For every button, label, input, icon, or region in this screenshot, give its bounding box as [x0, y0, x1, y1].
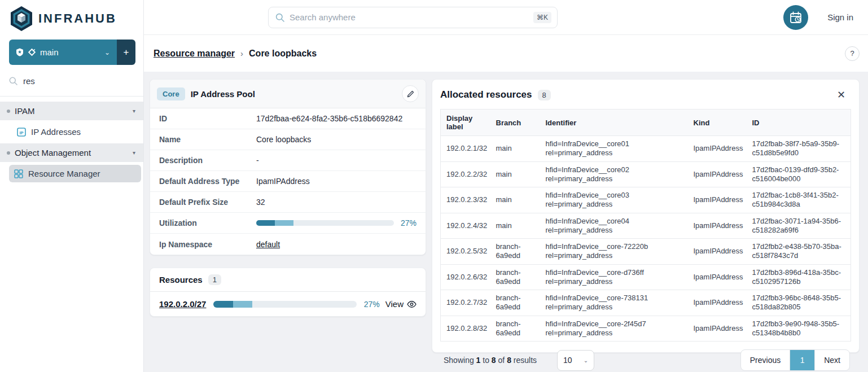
field-value: 32: [256, 198, 265, 207]
pool-card-title: IP Address Pool: [191, 89, 396, 99]
cell-identifier-line1: hfid=InfraDevice__core-72220b: [546, 242, 682, 251]
table-row[interactable]: 192.0.2.7/32 branch-6a9edd hfid=InfraDev…: [441, 290, 851, 316]
allocated-title: Allocated resources: [440, 89, 532, 100]
cell-display: 192.0.2.8/32: [441, 316, 490, 342]
field-value: -: [256, 156, 259, 165]
cell-identifier-line1: hfid=InfraDevice__core-2f45d7: [546, 320, 682, 329]
field-label: Ip Namespace: [159, 240, 256, 249]
field-label: Description: [159, 156, 256, 165]
resources-card-header: Resources 1: [150, 268, 426, 292]
main-area: Core IP Address Pool ID 17d2fbaa-e624-8f…: [144, 72, 868, 372]
search-placeholder: Search anywhere: [290, 12, 528, 22]
branch-name: main: [40, 47, 100, 57]
global-search-input[interactable]: Search anywhere ⌘K: [268, 7, 558, 28]
cell-branch: branch-6a9edd: [490, 264, 540, 290]
bullet-icon: [7, 151, 10, 155]
search-icon: [9, 77, 17, 85]
resource-progress-bar: [213, 301, 356, 308]
column-header-kind: Kind: [688, 110, 747, 136]
table-row[interactable]: 192.0.2.8/32 branch-6a9edd hfid=InfraDev…: [441, 316, 851, 342]
cell-identifier-line2: rel=primary_address: [546, 329, 682, 338]
sidebar-section-object-management[interactable]: Object Management ▾: [0, 143, 143, 162]
column-header-branch: Branch: [490, 110, 540, 136]
cell-id: 17d2fbb3-96bc-8648-35b5-c518da82b805: [747, 290, 851, 316]
resource-percent: 27%: [364, 300, 380, 309]
pool-card-header: Core IP Address Pool: [150, 80, 426, 108]
breadcrumb-resource-manager-link[interactable]: Resource manager: [154, 49, 235, 59]
cell-branch: branch-6a9edd: [490, 290, 540, 316]
sidebar-search-value: res: [23, 76, 35, 86]
cell-kind: IpamIPAddress: [688, 161, 747, 187]
cell-kind: IpamIPAddress: [688, 239, 747, 265]
field-label: ID: [159, 114, 256, 123]
prefix-link[interactable]: 192.0.2.0/27: [159, 299, 206, 309]
column-header-identifier: Identifier: [540, 110, 688, 136]
cell-branch: main: [490, 161, 540, 187]
branch-selector-row: main ⌄ +: [9, 40, 135, 65]
page-size-select[interactable]: 10 ⌄: [557, 350, 594, 371]
svg-text:IP: IP: [19, 130, 23, 135]
help-button[interactable]: ?: [845, 46, 860, 61]
chevron-down-icon: ⌄: [584, 357, 588, 364]
logo[interactable]: INFRAHUB: [0, 0, 143, 35]
app-root: INFRAHUB main ⌄ + res IPAM ▾ IP IP Addre…: [0, 0, 868, 372]
namespace-link[interactable]: default: [256, 240, 280, 249]
page-1-button[interactable]: 1: [790, 350, 814, 370]
column-header-display-label: Display label: [441, 110, 490, 136]
utilization-percent: 27%: [401, 218, 417, 227]
sidebar: INFRAHUB main ⌄ + res IPAM ▾ IP IP Addre…: [0, 0, 144, 372]
sign-in-button[interactable]: Sign in: [827, 12, 853, 22]
resources-title: Resources: [159, 275, 203, 285]
table-row[interactable]: 192.0.2.4/32 main hfid=InfraDevice__core…: [441, 213, 851, 239]
table-row[interactable]: 192.0.2.6/32 branch-6a9edd hfid=InfraDev…: [441, 264, 851, 290]
branch-diamond-icon: [28, 48, 36, 56]
next-page-button[interactable]: Next: [814, 350, 849, 370]
table-row[interactable]: 192.0.2.1/32 main hfid=InfraDevice__core…: [441, 136, 851, 162]
sidebar-item-ip-addresses[interactable]: IP IP Addresses: [0, 120, 143, 143]
cell-kind: IpamIPAddress: [688, 290, 747, 316]
field-row-id: ID 17d2fbaa-e624-8fa2-35b6-c518b6692842: [150, 108, 426, 129]
allocated-resources-panel: Allocated resources 8 ✕ Display label Br…: [432, 79, 860, 353]
ip-address-pool-card: Core IP Address Pool ID 17d2fbaa-e624-8f…: [150, 79, 426, 255]
table-row[interactable]: 192.0.2.3/32 main hfid=InfraDevice__core…: [441, 187, 851, 213]
branch-selector[interactable]: main ⌄: [9, 40, 117, 65]
sidebar-item-label: IP Addresses: [31, 127, 81, 137]
cell-identifier-line1: hfid=InfraDevice__core03: [546, 191, 682, 200]
bullet-icon: [7, 110, 10, 113]
pencil-icon: [407, 90, 414, 98]
table-row[interactable]: 192.0.2.2/32 main hfid=InfraDevice__core…: [441, 161, 851, 187]
sidebar-item-label: Resource Manager: [28, 169, 100, 178]
cell-identifier-line2: rel=primary_address: [546, 148, 682, 157]
sidebar-section-ipam[interactable]: IPAM ▾: [0, 102, 143, 120]
edit-button[interactable]: [402, 85, 419, 102]
add-branch-button[interactable]: +: [117, 40, 135, 65]
table-row[interactable]: 192.0.2.5/32 branch-6a9edd hfid=InfraDev…: [441, 239, 851, 265]
sidebar-item-resource-manager[interactable]: Resource Manager: [9, 165, 141, 182]
cell-identifier-line2: rel=primary_address: [546, 200, 682, 209]
breadcrumb: Resource manager › Core loopbacks ?: [144, 35, 868, 72]
cell-display: 192.0.2.6/32: [441, 264, 490, 290]
table-footer: Showing 1 to 8 of 8 results 10 ⌄ Previou…: [440, 342, 851, 371]
shield-icon: [16, 48, 24, 56]
field-row-default-prefix-size: Default Prefix Size 32: [150, 192, 426, 213]
resources-count-badge: 1: [208, 274, 221, 285]
cell-display: 192.0.2.5/32: [441, 239, 490, 265]
allocated-panel-header: Allocated resources 8 ✕: [440, 87, 851, 101]
page-size-value: 10: [563, 356, 576, 365]
cell-kind: IpamIPAddress: [688, 264, 747, 290]
sidebar-search-input[interactable]: res: [0, 65, 143, 97]
resource-row: 192.0.2.0/27 27% View: [150, 292, 426, 316]
schedule-avatar-button[interactable]: [783, 5, 808, 30]
chevron-down-icon: ⌄: [104, 49, 110, 56]
previous-page-button[interactable]: Previous: [741, 350, 790, 370]
chevron-right-icon: ›: [240, 49, 243, 58]
view-button[interactable]: View: [385, 299, 417, 309]
cell-display: 192.0.2.7/32: [441, 290, 490, 316]
cell-display: 192.0.2.3/32: [441, 187, 490, 213]
column-header-id: ID: [747, 110, 851, 136]
field-value: 17d2fbaa-e624-8fa2-35b6-c518b6692842: [256, 114, 402, 123]
field-label: Default Prefix Size: [159, 198, 256, 207]
field-row-ip-namespace: Ip Namespace default: [150, 234, 426, 255]
close-icon[interactable]: ✕: [832, 89, 850, 101]
core-badge: Core: [157, 87, 185, 100]
